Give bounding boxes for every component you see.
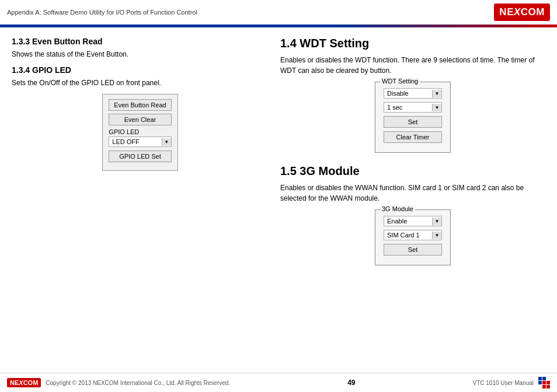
gpio-dropdown-arrow[interactable]: ▼ xyxy=(162,138,171,146)
nexcom-logo: NEXCOM xyxy=(494,4,550,21)
3g-select1-row[interactable]: Enable ▼ xyxy=(384,216,442,226)
wdt-panel: WDT Setting Disable ▼ 1 sec ▼ Set Clear … xyxy=(375,82,451,153)
gpio-select-value: LED OFF xyxy=(109,137,161,146)
section-14-title: 1.4 WDT Setting xyxy=(280,37,545,50)
wdt-select2-arrow[interactable]: ▼ xyxy=(432,104,441,111)
wdt-set-btn[interactable]: Set xyxy=(384,116,442,128)
section-133-title: 1.3.3 Even Button Read xyxy=(12,37,269,46)
3g-module-panel: 3G Module Enable ▼ SIM Card 1 ▼ Set xyxy=(375,209,451,265)
even-button-read-btn[interactable]: Even Button Read xyxy=(109,99,171,111)
3g-set-btn[interactable]: Set xyxy=(384,244,442,256)
breadcrumb: Appendix A: Software Demo Utility for I/… xyxy=(7,9,197,16)
wdt-panel-wrapper: WDT Setting Disable ▼ 1 sec ▼ Set Clear … xyxy=(280,82,545,153)
3g-select2-arrow[interactable]: ▼ xyxy=(432,232,441,239)
3g-panel-title: 3G Module xyxy=(380,205,415,212)
3g-panel-wrapper: 3G Module Enable ▼ SIM Card 1 ▼ Set xyxy=(280,209,545,265)
footer-manual-title: VTC 1010 User Manual xyxy=(472,380,534,386)
left-column: 1.3.3 Even Button Read Shows the status … xyxy=(12,37,269,277)
section-15-title: 1.5 3G Module xyxy=(280,164,545,178)
wdt-select2-value: 1 sec xyxy=(384,103,432,112)
gpio-led-set-btn[interactable]: GPIO LED Set xyxy=(109,150,171,162)
event-button-panel-wrapper: Even Button Read Even Clear GPIO LED LED… xyxy=(12,94,269,171)
footer-copyright: Copyright © 2013 NEXCOM International Co… xyxy=(46,380,230,386)
section-134-desc: Sets the On/Off of the GPIO LED on front… xyxy=(12,78,269,88)
right-column: 1.4 WDT Setting Enables or disables the … xyxy=(280,37,545,277)
wdt-select1-arrow[interactable]: ▼ xyxy=(432,90,441,97)
event-button-panel: Even Button Read Even Clear GPIO LED LED… xyxy=(102,94,177,171)
footer-right: VTC 1010 User Manual xyxy=(472,377,550,388)
3g-select1-value: Enable xyxy=(384,216,432,226)
section-133-desc: Shows the status of the Event Button. xyxy=(12,49,269,60)
even-clear-btn[interactable]: Even Clear xyxy=(109,114,171,125)
footer-page-number: 49 xyxy=(347,379,355,387)
section-15-desc: Enables or disables the WWAN function. S… xyxy=(280,183,545,204)
wdt-select2-row[interactable]: 1 sec ▼ xyxy=(384,102,442,113)
wdt-select1-value: Disable xyxy=(384,89,432,98)
footer-nexcom-logo: NEXCOM xyxy=(7,378,41,387)
wdt-panel-title: WDT Setting xyxy=(380,78,420,85)
section-14-desc: Enables or disables the WDT function. Th… xyxy=(280,55,545,76)
main-content: 1.3.3 Even Button Read Shows the status … xyxy=(0,27,557,286)
gpio-led-label: GPIO LED xyxy=(109,128,171,135)
3g-select2-row[interactable]: SIM Card 1 ▼ xyxy=(384,230,442,240)
3g-select1-arrow[interactable]: ▼ xyxy=(432,218,441,225)
3g-select2-value: SIM Card 1 xyxy=(384,230,432,240)
page-footer: NEXCOM Copyright © 2013 NEXCOM Internati… xyxy=(0,373,557,392)
wdt-select1-row[interactable]: Disable ▼ xyxy=(384,88,442,99)
page-header: Appendix A: Software Demo Utility for I/… xyxy=(0,0,557,24)
footer-left: NEXCOM Copyright © 2013 NEXCOM Internati… xyxy=(7,378,230,387)
wdt-clear-btn[interactable]: Clear Timer xyxy=(384,131,442,143)
footer-grid-icon xyxy=(538,377,550,388)
gpio-select-row[interactable]: LED OFF ▼ xyxy=(109,136,171,147)
section-134-title: 1.3.4 GPIO LED xyxy=(12,65,269,75)
